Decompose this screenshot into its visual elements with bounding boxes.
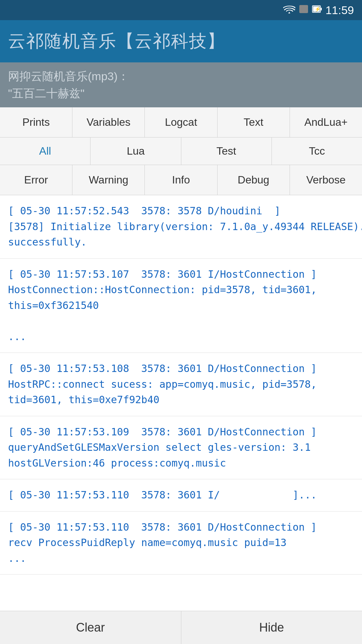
clear-button[interactable]: Clear: [0, 611, 181, 644]
hide-button[interactable]: Hide: [181, 611, 362, 644]
svg-rect-0: [299, 5, 308, 13]
filter-info[interactable]: Info: [145, 165, 217, 195]
filter-test[interactable]: Test: [181, 138, 272, 165]
log-entry-4: [ 05-30 11:57:53.110 3578: 3601 I/ ]...: [0, 479, 362, 512]
status-bar: ⚡ 11:59: [0, 0, 362, 20]
log-area: [ 05-30 11:57:52.543 3578: 3578 D/houdin…: [0, 195, 362, 608]
log-text-3: [ 05-30 11:57:53.109 3578: 3601 D/HostCo…: [8, 424, 354, 471]
filter-error[interactable]: Error: [0, 165, 72, 195]
tab-variables[interactable]: Variables: [72, 107, 145, 137]
filter-warning[interactable]: Warning: [72, 165, 145, 195]
log-text-1: [ 05-30 11:57:53.107 3578: 3601 I/HostCo…: [8, 267, 354, 345]
tab-row-3: Error Warning Info Debug Verbose: [0, 165, 362, 195]
subtitle-bar: 网抑云随机音乐(mp3)： "五百二十赫兹": [0, 62, 362, 107]
filter-lua[interactable]: Lua: [90, 138, 181, 165]
svg-text:⚡: ⚡: [315, 6, 321, 12]
tab-row-2: All Lua Test Tcc: [0, 138, 362, 165]
subtitle-line1: 网抑云随机音乐(mp3)：: [8, 68, 354, 85]
filter-all[interactable]: All: [0, 138, 90, 165]
status-icons: ⚡ 11:59: [283, 4, 354, 17]
filter-debug[interactable]: Debug: [218, 165, 290, 195]
log-entry-1: [ 05-30 11:57:53.107 3578: 3601 I/HostCo…: [0, 259, 362, 353]
wifi-icon: [283, 4, 295, 16]
tab-logcat[interactable]: Logcat: [145, 107, 217, 137]
log-text-2: [ 05-30 11:57:53.108 3578: 3601 D/HostCo…: [8, 361, 354, 408]
bottom-bar: Clear Hide: [0, 611, 362, 644]
log-entry-2: [ 05-30 11:57:53.108 3578: 3601 D/HostCo…: [0, 353, 362, 416]
sim-icon: [299, 4, 309, 16]
log-entry-0: [ 05-30 11:57:52.543 3578: 3578 D/houdin…: [0, 195, 362, 259]
filter-tcc[interactable]: Tcc: [272, 138, 362, 165]
tab-text[interactable]: Text: [218, 107, 290, 137]
log-entry-5: [ 05-30 11:57:53.110 3578: 3601 D/HostCo…: [0, 512, 362, 575]
app-title: 云祁随机音乐【云祁科技】: [8, 30, 225, 53]
log-text-5: [ 05-30 11:57:53.110 3578: 3601 D/HostCo…: [8, 520, 354, 567]
log-entry-3: [ 05-30 11:57:53.109 3578: 3601 D/HostCo…: [0, 416, 362, 480]
tab-row-1: Prints Variables Logcat Text AndLua+: [0, 107, 362, 138]
tab-andlua[interactable]: AndLua+: [290, 107, 362, 137]
status-time: 11:59: [325, 4, 354, 17]
battery-icon: ⚡: [312, 4, 322, 16]
app-header: 云祁随机音乐【云祁科技】: [0, 20, 362, 62]
filter-verbose[interactable]: Verbose: [290, 165, 362, 195]
log-text-0: [ 05-30 11:57:52.543 3578: 3578 D/houdin…: [8, 203, 354, 250]
subtitle-line2: "五百二十赫兹": [8, 85, 354, 102]
svg-rect-2: [320, 8, 322, 10]
tab-prints[interactable]: Prints: [0, 107, 72, 137]
log-text-4: [ 05-30 11:57:53.110 3578: 3601 I/ ]...: [8, 487, 354, 503]
